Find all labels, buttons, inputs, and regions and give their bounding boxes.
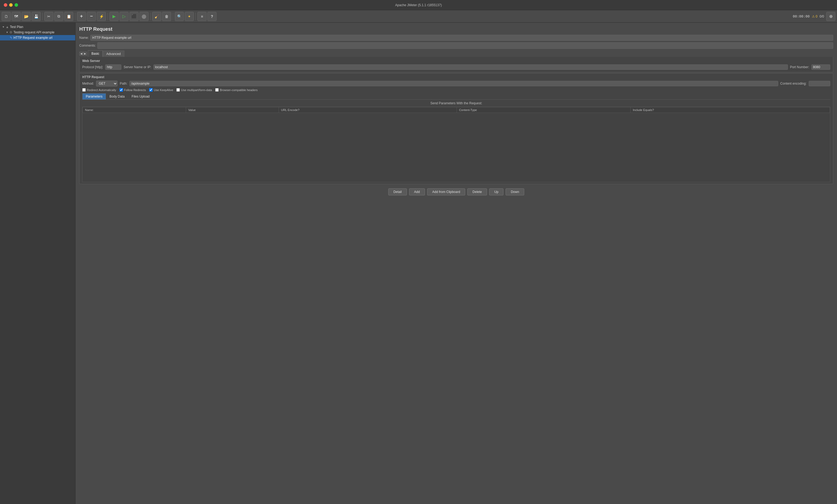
help-button[interactable]: ?	[207, 12, 216, 21]
params-header: Send Parameters With the Request:	[82, 100, 830, 107]
window-title: Apache JMeter (5.1.1 r1855137)	[395, 3, 442, 7]
templates-button[interactable]: 🗺	[12, 12, 21, 21]
multipart-checkbox[interactable]	[176, 88, 180, 92]
tab-advanced[interactable]: Advanced	[103, 51, 124, 57]
separator-4	[150, 13, 150, 20]
title-bar: Apache JMeter (5.1.1 r1855137)	[0, 0, 837, 10]
method-path-row: Method: GET POST PUT DELETE PATCH HEAD O…	[82, 80, 830, 87]
tab-parameters[interactable]: Parameters	[82, 93, 106, 100]
col-content-type: Content-Type	[457, 107, 630, 113]
function-helper-button[interactable]: ✦	[185, 12, 194, 21]
cut-button[interactable]: ✂	[44, 12, 53, 21]
col-name: Name:	[83, 107, 186, 113]
stop-button[interactable]: ⬛	[129, 12, 139, 21]
up-button[interactable]: Up	[489, 188, 503, 195]
tab-files-upload[interactable]: Files Upload	[128, 93, 153, 100]
start-no-pause-button[interactable]: ▷	[120, 12, 129, 21]
port-label: Port Number:	[790, 65, 809, 69]
delete-button[interactable]: Delete	[467, 188, 487, 195]
maximize-button[interactable]	[15, 3, 18, 7]
toolbar-status: 00:00:00 ⚠ 0 0/0 ⊕	[793, 12, 835, 21]
server-input[interactable]	[154, 65, 788, 70]
separator-5	[173, 13, 173, 20]
log-viewer-button[interactable]: ≡	[197, 12, 207, 21]
name-input[interactable]	[90, 35, 833, 41]
expand-arrow-testing-request: ▼	[6, 31, 8, 34]
encoding-label: Content encoding:	[780, 82, 806, 86]
name-label: Name:	[79, 36, 89, 40]
params-table: Name: Value URL Encode? Content-Type Inc…	[83, 107, 830, 113]
panel-title: HTTP Request	[79, 26, 833, 32]
keep-alive-checkbox-label[interactable]: Use KeepAlive	[149, 88, 173, 92]
tab-scroll-arrows: ◀ ▶	[79, 52, 87, 55]
sidebar-item-testing-request[interactable]: ▼ ⚙ Testing request API example	[0, 30, 75, 35]
shutdown-button[interactable]: ⬤	[139, 12, 148, 21]
expand-arrow-test-plan: ▼	[2, 25, 4, 28]
tab-basic[interactable]: Basic	[88, 50, 103, 57]
warning-count: ⚠ 0	[812, 15, 818, 18]
paste-button[interactable]: 📋	[64, 12, 73, 21]
params-body-area: Name: Value URL Encode? Content-Type Inc…	[82, 107, 830, 182]
remove-button[interactable]: −	[87, 12, 96, 21]
params-tabs-container: Parameters Body Data Files Upload	[82, 93, 830, 100]
sidebar-item-http-request[interactable]: ✎ HTTP Request example url	[0, 35, 75, 40]
comments-input[interactable]	[97, 42, 833, 49]
clear-all-button[interactable]: 🗑	[162, 12, 171, 21]
add-button[interactable]: +	[77, 12, 86, 21]
open-button[interactable]: 📂	[22, 12, 31, 21]
http-request-section: HTTP Request Method: GET POST PUT DELETE…	[79, 73, 833, 184]
minimize-button[interactable]	[9, 3, 13, 7]
http-request-icon: ✎	[10, 36, 13, 40]
browser-headers-checkbox[interactable]	[215, 88, 219, 92]
method-select[interactable]: GET POST PUT DELETE PATCH HEAD OPTIONS	[96, 80, 118, 87]
copy-button[interactable]: ⧉	[54, 12, 64, 21]
new-button[interactable]: 🗋	[2, 12, 11, 21]
start-button[interactable]: ▶	[109, 12, 119, 21]
test-tree-sidebar: ▼ ▲ Test Plan ▼ ⚙ Testing request API ex…	[0, 23, 75, 504]
toggle-button[interactable]: ⚡	[97, 12, 106, 21]
port-input[interactable]	[812, 65, 830, 70]
down-button[interactable]: Down	[505, 188, 524, 195]
tab-left-arrow[interactable]: ◀	[79, 52, 83, 55]
path-input[interactable]	[129, 81, 778, 86]
protocol-label: Protocol [http]:	[82, 65, 103, 69]
elapsed-time: 00:00:00	[793, 14, 810, 18]
detail-button[interactable]: Detail	[388, 188, 407, 195]
remote-button[interactable]: ⊕	[826, 12, 835, 21]
server-label: Server Name or IP:	[124, 65, 151, 69]
follow-redirects-checkbox-label[interactable]: Follow Redirects	[120, 88, 146, 92]
browser-headers-checkbox-label[interactable]: Browser-compatible headers	[215, 88, 257, 92]
sidebar-item-label-http-request: HTTP Request example url	[14, 36, 53, 40]
sidebar-item-label-test-plan: Test Plan	[10, 25, 23, 29]
tab-right-arrow[interactable]: ▶	[83, 52, 87, 55]
sidebar-item-test-plan[interactable]: ▼ ▲ Test Plan	[0, 24, 75, 30]
redirect-checkbox-label[interactable]: Redirect Automatically	[82, 88, 116, 92]
action-buttons-row: Detail Add Add from Clipboard Delete Up …	[79, 187, 833, 197]
encoding-input[interactable]	[809, 81, 830, 86]
web-server-section: Web Server Protocol [http]: Server Name …	[79, 57, 833, 72]
multipart-checkbox-label[interactable]: Use multipart/form-data	[176, 88, 212, 92]
main-tabs-container: ◀ ▶ Basic Advanced	[79, 50, 833, 57]
name-row: Name:	[79, 35, 833, 41]
save-button[interactable]: 💾	[32, 12, 41, 21]
options-checkboxes-row: Redirect Automatically Follow Redirects …	[82, 88, 830, 92]
add-param-button[interactable]: Add	[409, 188, 425, 195]
thread-count: 0/0	[819, 15, 824, 18]
clear-button[interactable]: 🧹	[152, 12, 161, 21]
follow-redirects-label: Follow Redirects	[124, 88, 146, 92]
window-controls[interactable]	[4, 3, 18, 7]
main-content: HTTP Request Name: Comments: ◀ ▶ Basic A…	[75, 23, 837, 504]
search-button[interactable]: 🔍	[175, 12, 184, 21]
thread-group-icon: ⚙	[10, 31, 13, 34]
redirect-checkbox[interactable]	[82, 88, 86, 92]
tab-body-data[interactable]: Body Data	[106, 93, 128, 100]
protocol-input[interactable]	[105, 65, 121, 70]
redirect-label: Redirect Automatically	[87, 88, 116, 92]
add-from-clipboard-button[interactable]: Add from Clipboard	[427, 188, 465, 195]
col-value: Value	[186, 107, 279, 113]
follow-redirects-checkbox[interactable]	[120, 88, 123, 92]
keep-alive-checkbox[interactable]	[149, 88, 153, 92]
close-button[interactable]	[4, 3, 7, 7]
main-toolbar: 🗋 🗺 📂 💾 ✂ ⧉ 📋 + − ⚡ ▶ ▷ ⬛ ⬤ 🧹 🗑 🔍 ✦ ≡ ? …	[0, 10, 837, 23]
col-url-encode: URL Encode?	[279, 107, 457, 113]
